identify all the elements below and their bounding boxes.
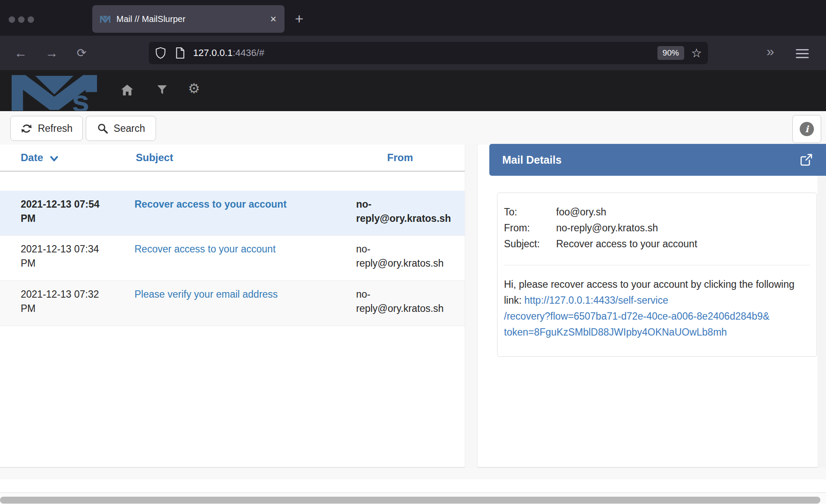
meta-row-from: From: no-reply@ory.kratos.sh bbox=[504, 220, 810, 236]
mail-details-card: To: foo@ory.sh From: no-reply@ory.kratos… bbox=[497, 193, 817, 357]
to-label: To: bbox=[504, 204, 556, 220]
mail-row-subject: Recover access to your account bbox=[135, 242, 346, 256]
url-domain: 127.0.0.1 bbox=[193, 47, 233, 58]
mailslurper-header: s ⚙ bbox=[0, 70, 826, 111]
mail-row-2[interactable]: 2021-12-13 07:34 PM Recover access to yo… bbox=[0, 236, 465, 281]
from-value: no-reply@ory.kratos.sh bbox=[556, 220, 658, 236]
refresh-button[interactable]: Refresh bbox=[10, 116, 83, 141]
sort-descending-chevron-icon[interactable] bbox=[50, 156, 58, 162]
shield-icon[interactable] bbox=[155, 47, 166, 59]
search-icon bbox=[97, 123, 108, 134]
window-control-close-button[interactable] bbox=[9, 16, 15, 23]
mailslurper-favicon-icon bbox=[100, 15, 110, 23]
mail-list-table: Date Subject From 2021-12-13 07:54 PM Re… bbox=[0, 145, 465, 468]
horizontal-scrollbar[interactable] bbox=[0, 492, 826, 504]
column-header-from[interactable]: From bbox=[387, 152, 413, 164]
mail-subject-link[interactable]: Recover access to your account bbox=[135, 199, 287, 210]
mail-row-1-selected[interactable]: 2021-12-13 07:54 PM Recover access to yo… bbox=[0, 191, 465, 236]
window-control-minimize-button[interactable] bbox=[18, 16, 25, 23]
action-bar: Refresh Search i bbox=[0, 111, 826, 145]
new-tab-button[interactable]: + bbox=[295, 11, 303, 26]
recovery-link[interactable]: http://127.0.0.1:4433/self-service/recov… bbox=[504, 295, 808, 340]
open-in-new-window-icon[interactable] bbox=[799, 153, 813, 167]
right-scroll-gutter bbox=[817, 176, 826, 468]
meta-row-subject: Subject: Recover access to your account bbox=[504, 236, 810, 252]
overflow-chevrons-icon[interactable]: » bbox=[767, 44, 773, 59]
reload-icon[interactable]: ⟳ bbox=[77, 45, 87, 61]
search-button-label: Search bbox=[114, 123, 145, 134]
info-button[interactable]: i bbox=[792, 115, 821, 143]
page-bottom-band bbox=[0, 468, 826, 479]
page-zoom-indicator[interactable]: 90% bbox=[657, 46, 684, 60]
mail-row-subject: Please verify your email address bbox=[135, 287, 346, 302]
refresh-icon bbox=[21, 123, 32, 134]
mail-row-from: no-reply@ory.kratos.sh bbox=[356, 242, 449, 271]
bookmark-star-icon[interactable]: ☆ bbox=[691, 46, 702, 60]
search-button[interactable]: Search bbox=[86, 116, 156, 141]
home-icon[interactable] bbox=[121, 84, 134, 96]
settings-gear-icon[interactable]: ⚙ bbox=[188, 81, 200, 96]
mail-details-panel: Mail Details To: foo@ory.sh From: no-rep… bbox=[478, 145, 826, 468]
address-bar[interactable]: 127.0.0.1:4436/# 90% ☆ bbox=[149, 42, 708, 64]
column-header-subject[interactable]: Subject bbox=[136, 152, 173, 164]
mail-row-date: 2021-12-13 07:54 PM bbox=[21, 197, 113, 226]
mail-row-3[interactable]: 2021-12-13 07:32 PM Please verify your e… bbox=[0, 281, 465, 326]
svg-text:s: s bbox=[72, 84, 90, 111]
to-value: foo@ory.sh bbox=[556, 204, 606, 220]
mailslurper-browser-window: Mail // MailSlurper ✕ + ← → ⟳ 127.0.0.1:… bbox=[0, 0, 826, 504]
panel-splitter[interactable] bbox=[465, 144, 478, 468]
column-header-date[interactable]: Date bbox=[21, 152, 43, 164]
mail-subject-link[interactable]: Please verify your email address bbox=[135, 289, 278, 300]
browser-tab-bar: Mail // MailSlurper ✕ + bbox=[0, 0, 826, 36]
mail-row-subject: Recover access to your account bbox=[135, 197, 346, 212]
browser-toolbar: ← → ⟳ 127.0.0.1:4436/# 90% ☆ » bbox=[0, 36, 826, 70]
subject-value: Recover access to your account bbox=[556, 236, 697, 252]
mailslurper-logo-icon: s bbox=[12, 72, 97, 111]
details-divider bbox=[504, 265, 810, 265]
from-label: From: bbox=[504, 220, 556, 236]
mail-row-date: 2021-12-13 07:34 PM bbox=[21, 242, 113, 271]
subject-label: Subject: bbox=[504, 236, 556, 252]
mail-body-text: Hi, please recover access to your accoun… bbox=[504, 277, 808, 340]
tab-title: Mail // MailSlurper bbox=[116, 14, 266, 24]
mail-subject-link[interactable]: Recover access to your account bbox=[135, 243, 275, 255]
site-info-page-icon[interactable] bbox=[175, 47, 185, 59]
tab-close-icon[interactable]: ✕ bbox=[270, 14, 277, 24]
meta-row-to: To: foo@ory.sh bbox=[504, 204, 810, 220]
mail-details-header: Mail Details bbox=[489, 144, 826, 176]
url-text: 127.0.0.1:4436/# bbox=[193, 47, 657, 59]
mail-row-from: no-reply@ory.kratos.sh bbox=[356, 287, 449, 316]
url-path: :4436/# bbox=[233, 47, 264, 58]
mail-rows: 2021-12-13 07:54 PM Recover access to yo… bbox=[0, 191, 465, 326]
mail-details-title: Mail Details bbox=[502, 154, 799, 166]
mailslurper-logo: s bbox=[12, 72, 97, 111]
back-icon[interactable]: ← bbox=[14, 45, 27, 61]
mail-list-header-row: Date Subject From bbox=[0, 145, 465, 172]
window-control-maximize-button[interactable] bbox=[28, 16, 34, 23]
filter-funnel-icon[interactable] bbox=[157, 84, 167, 96]
tab-mailslurper[interactable]: Mail // MailSlurper ✕ bbox=[92, 5, 285, 33]
mail-row-from: no-reply@ory.kratos.sh bbox=[356, 197, 449, 226]
horizontal-scrollbar-thumb[interactable] bbox=[0, 497, 820, 504]
forward-icon[interactable]: → bbox=[45, 45, 58, 61]
info-icon: i bbox=[800, 122, 814, 136]
menu-hamburger-icon[interactable] bbox=[796, 49, 809, 61]
mail-row-date: 2021-12-13 07:32 PM bbox=[21, 287, 113, 316]
refresh-button-label: Refresh bbox=[38, 123, 73, 134]
